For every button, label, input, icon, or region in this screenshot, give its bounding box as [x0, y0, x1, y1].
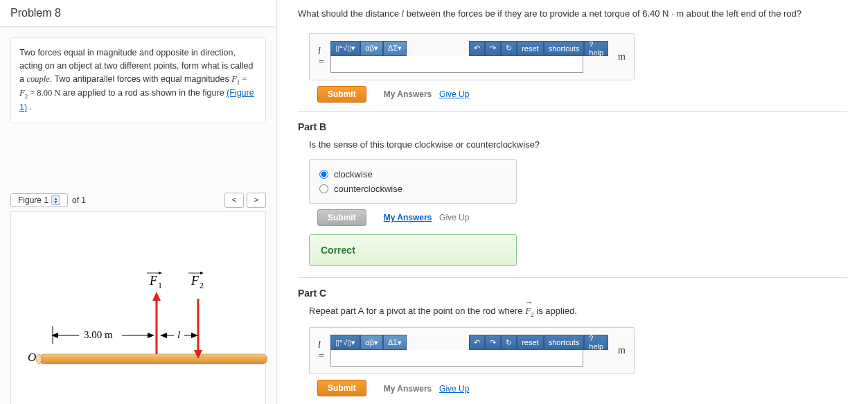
desc-text-3: are applied to a rod as shown in the fig…	[60, 88, 227, 98]
part-a-submit-button[interactable]: Submit	[317, 86, 366, 103]
part-c-f2: F	[525, 306, 531, 316]
templates-button[interactable]: ▯ᵒ√▯▾	[330, 41, 360, 56]
svg-rect-0	[39, 354, 267, 364]
refresh-button[interactable]: ↻	[501, 41, 517, 56]
figure-label: Figure 1	[18, 195, 48, 205]
part-c-q1: Repeat part A for a pivot at the point o…	[309, 306, 525, 316]
help-button[interactable]: ? help	[584, 41, 608, 56]
part-a-var-label: l =	[318, 46, 325, 68]
updown-icon: ▲▼	[51, 195, 60, 205]
part-a-my-answers-label: My Answers	[384, 89, 432, 99]
problem-title: Problem 8	[0, 0, 276, 27]
figure-canvas: F 1 F 2 3.00 m l	[10, 211, 266, 405]
choice-counterclockwise[interactable]: counterclockwise	[319, 182, 506, 196]
part-c-toolbar: ▯ᵒ√▯▾ αβ▾ ΔΣ▾ ↶ ↷ ↻ reset shortcuts ? he…	[330, 335, 608, 350]
reset-button-c[interactable]: reset	[517, 335, 543, 350]
desc-text-4: .	[27, 103, 32, 112]
redo-button[interactable]: ↷	[485, 41, 501, 56]
svg-text:F: F	[191, 274, 200, 288]
svg-marker-21	[160, 333, 167, 338]
svg-point-1	[36, 354, 42, 364]
sigma-button[interactable]: ΔΣ▾	[383, 41, 407, 56]
part-c-input[interactable]	[330, 350, 583, 367]
undo-button[interactable]: ↶	[469, 41, 485, 56]
help-button-c[interactable]: ? help	[584, 335, 608, 350]
part-c-submit-button[interactable]: Submit	[317, 380, 366, 396]
choice-clockwise-label: clockwise	[334, 169, 373, 179]
part-a-question: What should the distance l between the f…	[298, 7, 847, 21]
couple-word: couple	[26, 74, 49, 84]
choice-counterclockwise-label: counterclockwise	[334, 184, 402, 194]
part-b-title: Part B	[298, 121, 847, 132]
part-c-question: Repeat part A for a pivot at the point o…	[309, 306, 847, 318]
svg-marker-19	[148, 333, 154, 338]
figure-prev-button[interactable]: <	[224, 193, 244, 208]
problem-description: Two forces equal in magnitude and opposi…	[10, 37, 266, 123]
part-b-submit-button: Submit	[317, 209, 366, 226]
part-c-title: Part C	[298, 288, 847, 299]
part-a-input[interactable]	[330, 56, 583, 73]
radio-counterclockwise[interactable]	[319, 184, 328, 193]
part-c-q2: is applied.	[534, 306, 577, 316]
figure-next-button[interactable]: >	[247, 193, 266, 208]
svg-text:2: 2	[200, 281, 204, 290]
redo-button-c[interactable]: ↷	[485, 335, 501, 350]
svg-marker-9	[159, 272, 162, 274]
sigma-button-c[interactable]: ΔΣ▾	[383, 335, 407, 350]
undo-button-c[interactable]: ↶	[469, 335, 485, 350]
part-a-toolbar: ▯ᵒ√▯▾ αβ▾ ΔΣ▾ ↶ ↷ ↻ reset shortcuts ? he…	[330, 41, 608, 56]
svg-text:O: O	[28, 351, 36, 364]
greek-button[interactable]: αβ▾	[360, 41, 383, 56]
part-b-feedback-correct: Correct	[309, 234, 517, 266]
greek-button-c[interactable]: αβ▾	[360, 335, 383, 350]
templates-button-c[interactable]: ▯ᵒ√▯▾	[330, 335, 360, 350]
svg-text:3.00 m: 3.00 m	[84, 329, 113, 340]
figure-count: of 1	[72, 195, 86, 205]
part-a-unit: m	[618, 51, 626, 62]
shortcuts-button[interactable]: shortcuts	[544, 41, 585, 56]
svg-text:F: F	[149, 274, 158, 288]
svg-text:l: l	[177, 329, 180, 340]
part-c-var-label: l =	[318, 340, 325, 362]
svg-marker-13	[200, 272, 204, 274]
shortcuts-button-c[interactable]: shortcuts	[544, 335, 585, 350]
part-b-my-answers-link[interactable]: My Answers	[384, 213, 432, 222]
desc-text-2: . Two antiparallel forces with equal mag…	[50, 74, 231, 84]
svg-text:1: 1	[158, 281, 162, 290]
figure-selector[interactable]: Figure 1 ▲▼	[10, 193, 68, 207]
part-a-giveup-link[interactable]: Give Up	[439, 89, 469, 99]
part-c-unit: m	[618, 345, 626, 356]
part-b-choices: clockwise counterclockwise	[309, 159, 517, 204]
svg-marker-3	[152, 292, 161, 301]
refresh-button-c[interactable]: ↻	[501, 335, 517, 350]
reset-button[interactable]: reset	[517, 41, 543, 56]
part-c-my-answers-label: My Answers	[384, 384, 432, 394]
choice-clockwise[interactable]: clockwise	[319, 167, 506, 182]
part-b-giveup-label: Give Up	[439, 213, 469, 222]
part-c-giveup-link[interactable]: Give Up	[439, 384, 469, 394]
part-a-answer-panel: l = ▯ᵒ√▯▾ αβ▾ ΔΣ▾ ↶ ↷ ↻	[309, 33, 635, 80]
radio-clockwise[interactable]	[319, 170, 328, 179]
part-b-question: Is the sense of this torque clockwise or…	[309, 139, 847, 150]
part-c-answer-panel: l = ▯ᵒ√▯▾ αβ▾ ΔΣ▾ ↶ ↷ ↻	[309, 327, 635, 374]
